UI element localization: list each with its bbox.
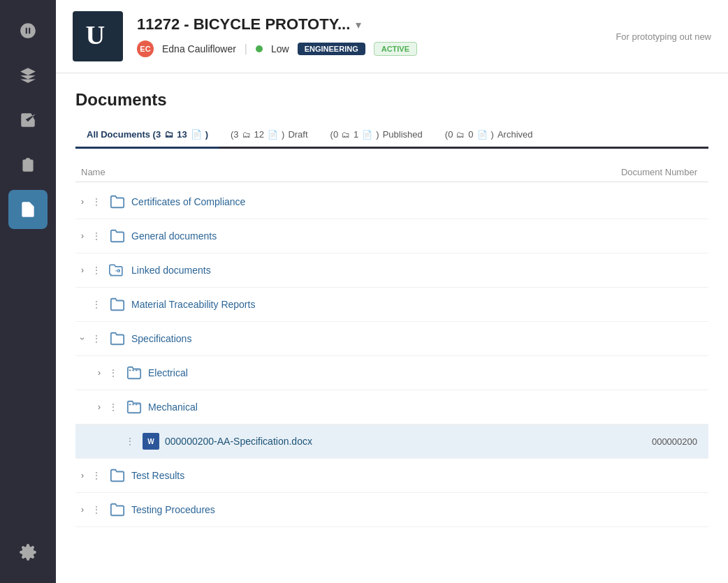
tab-draft[interactable]: (3 🗂 12 📄 ) Draft xyxy=(219,122,319,147)
folder-icon-linked xyxy=(108,260,127,280)
sidebar xyxy=(0,0,56,583)
project-meta: EC Edna Cauliflower | Low ENGINEERING AC… xyxy=(137,40,588,57)
tab-published-label: Published xyxy=(383,129,423,140)
sidebar-item-settings[interactable] xyxy=(8,533,48,572)
dots-electrical[interactable]: ⋮ xyxy=(106,366,120,380)
label-testing-procedures: Testing Procedures xyxy=(131,504,583,515)
dots-spec-file[interactable]: ⋮ xyxy=(123,434,137,448)
row-test-results[interactable]: › ⋮ Test Results xyxy=(75,459,708,493)
label-mechanical: Mechanical xyxy=(148,401,583,413)
dots-linked[interactable]: ⋮ xyxy=(89,263,103,277)
tab-all-file-icon: 📄 xyxy=(191,129,202,140)
tabs-container: All Documents (3 🗂 13 📄 ) (3 🗂 12 📄 ) Dr… xyxy=(75,122,708,149)
chevron-test-results[interactable]: › xyxy=(75,468,89,482)
chevron-electrical[interactable]: › xyxy=(92,366,106,380)
label-material: Material Traceability Reports xyxy=(131,299,583,310)
dots-general[interactable]: ⋮ xyxy=(89,229,103,243)
sidebar-item-parts[interactable] xyxy=(8,56,48,95)
tab-archived-file-icon: 📄 xyxy=(477,130,488,140)
folder-icon-mechanical xyxy=(124,397,144,417)
main-content: U 11272 - BICYCLE PROTOTY... ▾ EC Edna C… xyxy=(56,0,728,583)
sidebar-item-dashboard[interactable] xyxy=(8,11,48,50)
folder-icon-test-results xyxy=(108,466,127,485)
dots-testing-procedures[interactable]: ⋮ xyxy=(89,503,103,517)
tab-archived-label: Archived xyxy=(497,129,533,140)
dots-specifications[interactable]: ⋮ xyxy=(89,332,103,346)
folder-icon-electrical xyxy=(124,363,144,383)
tab-draft-file-icon: 📄 xyxy=(268,130,278,140)
priority-label: Low xyxy=(271,43,289,54)
row-general[interactable]: › ⋮ General documents xyxy=(75,219,708,253)
tab-all-folder-icon: 🗂 xyxy=(164,129,173,140)
row-specifications[interactable]: › ⋮ Specifications xyxy=(75,322,708,356)
word-icon-spec-file: W xyxy=(141,431,161,451)
label-linked: Linked documents xyxy=(131,265,583,276)
sidebar-item-tasks[interactable] xyxy=(8,101,48,140)
sidebar-item-requirements[interactable] xyxy=(8,145,48,184)
svg-point-0 xyxy=(27,30,29,31)
tab-all-label: All Documents (3 xyxy=(87,129,161,140)
project-description: For prototyping out new xyxy=(602,31,711,42)
label-general: General documents xyxy=(131,230,583,242)
user-name: Edna Cauliflower xyxy=(162,43,236,54)
active-tag: ACTIVE xyxy=(374,42,417,56)
row-electrical[interactable]: › ⋮ Electrical xyxy=(75,356,708,390)
chevron-mechanical[interactable]: › xyxy=(92,400,106,414)
tabs-row: All Documents (3 🗂 13 📄 ) (3 🗂 12 📄 ) Dr… xyxy=(75,122,708,147)
row-testing-procedures[interactable]: › ⋮ Testing Procedures xyxy=(75,493,708,527)
row-certificates[interactable]: › ⋮ Certificates of Compliance xyxy=(75,185,708,219)
sidebar-item-documents[interactable] xyxy=(8,190,48,229)
svg-text:U: U xyxy=(85,20,105,50)
tab-all-file-count: 13 xyxy=(177,129,187,140)
label-spec-file: 000000200-AA-Specification.docx xyxy=(165,436,583,447)
tab-published[interactable]: (0 🗂 1 📄 ) Published xyxy=(319,122,434,147)
page-content: Documents All Documents (3 🗂 13 📄 ) (3 🗂… xyxy=(56,73,728,583)
project-logo: U xyxy=(73,11,123,61)
meta-divider-1: | xyxy=(245,43,247,55)
project-title: 11272 - BICYCLE PROTOTY... xyxy=(137,15,350,34)
label-specifications: Specifications xyxy=(131,333,583,344)
tab-all-documents[interactable]: All Documents (3 🗂 13 📄 ) xyxy=(75,122,219,149)
folder-icon-specifications xyxy=(108,329,127,348)
dots-test-results[interactable]: ⋮ xyxy=(89,468,103,482)
tab-draft-label: Draft xyxy=(288,129,307,140)
col-docnum-header: Document Number xyxy=(583,167,708,177)
row-material[interactable]: ⋮ Material Traceability Reports xyxy=(75,288,708,322)
tab-archived-folder-icon: 🗂 xyxy=(456,130,465,140)
tab-published-file-icon: 📄 xyxy=(362,130,372,140)
engineering-tag: ENGINEERING xyxy=(298,43,365,55)
row-mechanical[interactable]: › ⋮ Mechanical xyxy=(75,390,708,425)
project-info: 11272 - BICYCLE PROTOTY... ▾ EC Edna Cau… xyxy=(137,15,588,57)
chevron-testing-procedures[interactable]: › xyxy=(75,503,89,517)
dots-certificates[interactable]: ⋮ xyxy=(89,195,103,209)
chevron-linked[interactable]: › xyxy=(75,263,89,277)
title-chevron-icon[interactable]: ▾ xyxy=(356,18,361,31)
label-test-results: Test Results xyxy=(131,470,583,481)
label-certificates: Certificates of Compliance xyxy=(131,196,583,207)
page-title: Documents xyxy=(75,90,708,110)
project-header: U 11272 - BICYCLE PROTOTY... ▾ EC Edna C… xyxy=(56,0,728,73)
row-spec-file[interactable]: ⋮ W 000000200-AA-Specification.docx 0000… xyxy=(75,425,708,459)
folder-icon-certificates xyxy=(108,192,127,212)
col-name-header: Name xyxy=(75,167,583,177)
row-linked[interactable]: › ⋮ Linked documents xyxy=(75,253,708,288)
tab-draft-folder-icon: 🗂 xyxy=(242,130,251,140)
chevron-general[interactable]: › xyxy=(75,229,89,243)
docnum-spec-file: 000000200 xyxy=(583,436,708,447)
dots-mechanical[interactable]: ⋮ xyxy=(106,400,120,414)
folder-icon-general xyxy=(108,226,127,246)
folder-icon-material xyxy=(108,295,127,314)
user-avatar: EC xyxy=(137,40,154,57)
chevron-specifications[interactable]: › xyxy=(75,332,89,346)
priority-dot xyxy=(256,45,263,52)
tab-archived[interactable]: (0 🗂 0 📄 ) Archived xyxy=(434,122,544,147)
dots-material[interactable]: ⋮ xyxy=(89,297,103,311)
folder-icon-testing-procedures xyxy=(108,500,127,519)
tab-published-folder-icon: 🗂 xyxy=(342,130,350,140)
table-header: Name Document Number xyxy=(75,163,708,182)
chevron-certificates[interactable]: › xyxy=(75,195,89,209)
label-electrical: Electrical xyxy=(148,367,583,378)
